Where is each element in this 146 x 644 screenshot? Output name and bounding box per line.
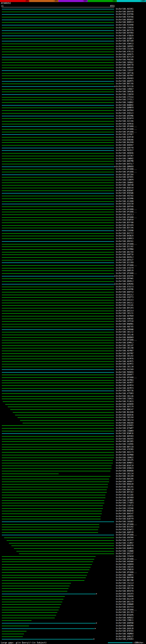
alignment-bar[interactable] (2, 284, 114, 284)
alignment-bar[interactable] (2, 394, 114, 394)
hit-label[interactable]: UniRef100_Q4N0W9 (116, 603, 134, 606)
hit-label[interactable]: UniRef100_C8CLP5 (116, 459, 134, 462)
alignment-bar[interactable] (2, 503, 104, 503)
alignment-bar[interactable] (2, 182, 114, 183)
alignment-bar[interactable] (2, 20, 114, 20)
hit-label[interactable]: UniRef100_A5D1L5 (116, 112, 134, 115)
hit-label[interactable]: UniRef100_Q5M9L2 (116, 342, 134, 344)
alignment-bar[interactable] (2, 514, 102, 514)
hit-label[interactable]: UniRef100_Q8I1T9 (116, 600, 134, 603)
hit-label[interactable]: UniRef100_Q8MUE8 (116, 166, 134, 168)
hit-label[interactable]: UniRef100_Q6ED36 (116, 414, 134, 416)
alignment-bar[interactable] (2, 428, 114, 428)
hit-label[interactable]: UniRef100_C8CL50 (116, 366, 134, 368)
alignment-bar[interactable] (2, 110, 114, 111)
alignment-bar[interactable] (2, 431, 114, 431)
hit-label[interactable]: UniRef100_B9SKH7 (116, 18, 134, 21)
alignment-bar[interactable] (2, 498, 105, 498)
hit-label[interactable]: UniRef100_C8CL52 (116, 331, 134, 334)
alignment-bar[interactable] (2, 46, 114, 47)
hit-label[interactable]: UniRef100_B4F9R4 (116, 32, 134, 34)
alignment-bar[interactable] (2, 9, 114, 9)
hit-label[interactable]: UniRef100_A6RQ52 (116, 616, 134, 619)
alignment-bar[interactable] (2, 198, 114, 199)
hit-label[interactable]: UniRef100_C7TZL2 (116, 98, 134, 101)
hit-label[interactable]: UniRef100_Q6P483 (116, 435, 134, 438)
hit-label[interactable]: UniRef100_C0PPE5 (116, 45, 134, 48)
hit-label[interactable]: UniRef100_B70Y65 (116, 630, 134, 632)
hit-label[interactable]: UniRef100_A8XDX6 (116, 152, 134, 155)
alignment-bar[interactable] (2, 476, 110, 476)
alignment-bar[interactable] (2, 321, 114, 322)
alignment-bar[interactable] (2, 84, 114, 84)
alignment-bar[interactable] (2, 161, 114, 162)
alignment-bar[interactable] (2, 399, 114, 399)
alignment-bar[interactable] (2, 388, 114, 388)
alignment-bar[interactable] (2, 246, 114, 247)
alignment-bar[interactable] (11, 546, 114, 546)
alignment-bar[interactable] (2, 86, 114, 87)
hit-label[interactable]: UniRef100_B5S6P6 (116, 614, 134, 616)
hit-label[interactable]: UniRef100_Q29F48 (116, 136, 134, 139)
hit-label[interactable]: UniRef100_UP1000... (116, 534, 137, 536)
alignment-bar[interactable] (2, 610, 59, 610)
alignment-bar[interactable] (2, 364, 114, 364)
hit-label[interactable]: UniRef100_Q2M2K6 (116, 283, 134, 286)
hit-label[interactable]: UniRef100_Q51102 (116, 245, 134, 248)
hit-label[interactable]: UniRef100_Q56FH5 (116, 275, 134, 278)
hit-label[interactable]: UniRef100_B4I7C2 (116, 232, 134, 235)
hit-label[interactable]: UniRef100_Q4GJL5 (116, 299, 134, 302)
hit-label[interactable]: UniRef100_A7R133 (116, 50, 134, 53)
alignment-bar[interactable] (7, 540, 114, 541)
hit-label[interactable]: UniRef100_UP1000... (116, 339, 137, 342)
alignment-bar[interactable] (2, 134, 114, 135)
alignment-bar[interactable] (2, 380, 114, 380)
hit-label[interactable]: UniRef100_Q9Z237 (116, 552, 134, 555)
alignment-bar[interactable] (2, 375, 114, 375)
alignment-bar[interactable] (13, 412, 114, 412)
hit-label[interactable]: UniRef100_B9Z9L2 (116, 256, 134, 259)
hit-label[interactable]: UniRef100_A9VAD3 (116, 77, 134, 80)
alignment-bar[interactable] (2, 444, 114, 444)
alignment-bar[interactable] (2, 482, 109, 482)
hit-label[interactable]: UniRef100_Q4GJL3 (116, 213, 134, 216)
hit-label[interactable]: UniRef100_C0PQ38 (116, 90, 134, 93)
hit-label[interactable]: UniRef100_A5JAD0 (116, 200, 134, 203)
hit-label[interactable]: UniRef100_C1BVS9 (116, 93, 134, 96)
alignment-bar[interactable] (2, 359, 114, 359)
alignment-bar[interactable] (2, 185, 114, 186)
hit-label[interactable]: UniRef100_B9SVT8 (116, 590, 134, 592)
hit-label[interactable]: UniRef100_B6TGT9 (116, 29, 134, 32)
hit-label[interactable]: UniRef100_UP1000... (116, 264, 137, 267)
hit-label[interactable]: UniRef100_Q6MBF0 (116, 106, 134, 109)
alignment-bar[interactable] (2, 303, 114, 303)
hit-label[interactable]: UniRef100_B2AWT2 (116, 528, 134, 531)
alignment-bar[interactable] (2, 140, 114, 140)
alignment-bar[interactable] (2, 145, 114, 146)
hit-label[interactable]: UniRef100_B5F1P6 (116, 226, 134, 229)
hit-label[interactable]: UniRef100_A8Q304 (116, 422, 134, 424)
hit-label[interactable]: UniRef100_B5DCX4 (116, 187, 134, 190)
alignment-bar[interactable] (2, 89, 114, 90)
alignment-bar[interactable] (2, 65, 114, 65)
hit-label[interactable]: UniRef100_A6YM88 (116, 454, 134, 456)
alignment-bar[interactable] (2, 236, 114, 236)
hit-label[interactable]: UniRef100_A6IVK1 (116, 8, 134, 10)
hit-label[interactable]: UniRef100_B9Y2P3 (116, 307, 134, 310)
alignment-bar[interactable] (2, 78, 114, 79)
alignment-bar[interactable] (2, 596, 65, 597)
alignment-bar[interactable] (2, 268, 114, 268)
hit-label[interactable]: UniRef100_A1CZQ5 (116, 494, 134, 496)
alignment-bar[interactable] (2, 500, 104, 501)
alignment-bar[interactable] (9, 543, 114, 544)
alignment-bar[interactable] (2, 567, 91, 568)
hit-label[interactable]: UniRef100_B6DDK9 (116, 336, 134, 339)
hit-label[interactable]: UniRef100_UP1000... (116, 208, 137, 211)
hit-label[interactable]: UniRef100_B5FXP9 (116, 224, 134, 227)
alignment-bar[interactable] (2, 436, 114, 436)
alignment-bar[interactable] (2, 602, 62, 602)
hit-label[interactable]: UniRef100_Q07204 (116, 174, 134, 176)
hit-label[interactable]: UniRef100_UP1000... (116, 128, 137, 131)
alignment-bar[interactable] (2, 636, 23, 637)
hit-label[interactable]: UniRef100_P62917 (116, 149, 134, 152)
